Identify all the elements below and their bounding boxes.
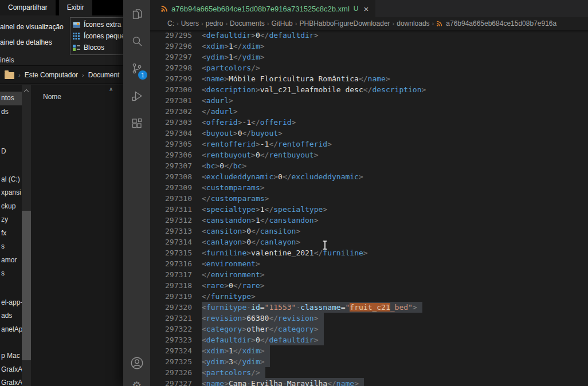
tree-item[interactable]: D (0, 145, 22, 159)
code-line[interactable]: 297312<canstandon>1</canstandon> (150, 215, 588, 226)
run-debug-icon[interactable] (123, 82, 150, 110)
code-line[interactable]: 297320<furnitype·id="11553"·classname="f… (150, 302, 588, 313)
code-line[interactable]: 297317</environment> (150, 269, 588, 280)
tree-item[interactable]: GrafxAn (0, 376, 22, 386)
code-line[interactable]: 297319</furnitype> (150, 291, 588, 302)
line-number[interactable]: 297324 (150, 345, 192, 356)
line-number[interactable]: 297315 (150, 247, 192, 258)
line-number[interactable]: 297304 (150, 128, 192, 139)
editor-tab-xml-file[interactable]: a76b94a665eb684ce15d08b7e916a731525c8c2b… (150, 0, 376, 17)
code-line[interactable]: 297309<customparams> (150, 182, 588, 193)
tree-item[interactable]: fx (0, 227, 22, 241)
ribbon-tab-compartilhar[interactable]: Compartilhar (0, 0, 56, 15)
code-line[interactable]: 297303<offerid>-1</offerid> (150, 117, 588, 128)
line-number[interactable]: 297306 (150, 149, 192, 160)
line-number[interactable]: 297305 (150, 139, 192, 149)
tree-item[interactable]: s (0, 240, 22, 254)
tree-item[interactable]: GrafxAn (0, 363, 22, 377)
tree-item[interactable]: xpansi (0, 186, 22, 200)
scroll-up-icon[interactable] (24, 89, 29, 94)
scrollbar-thumb[interactable] (22, 211, 31, 360)
line-number[interactable]: 297321 (150, 313, 192, 324)
tree-item[interactable]: amor (0, 254, 22, 267)
line-number[interactable]: 297301 (150, 95, 192, 106)
explorer-files-icon[interactable] (123, 0, 150, 27)
line-number[interactable]: 297302 (150, 106, 192, 117)
code-line[interactable]: 297298<partcolors/> (150, 62, 588, 73)
line-number[interactable]: 297323 (150, 334, 192, 345)
line-number[interactable]: 297313 (150, 226, 192, 237)
code-line[interactable]: 297313<cansiton>0</cansiton> (150, 226, 588, 237)
breadcrumb-item[interactable]: GitHub (271, 19, 292, 27)
breadcrumb-item[interactable]: Users (181, 19, 199, 27)
tree-scrollbar[interactable] (22, 85, 31, 386)
breadcrumb-item[interactable]: downloads (397, 19, 429, 27)
tree-item[interactable]: el-app- (0, 296, 22, 310)
line-number[interactable]: 297299 (150, 73, 192, 84)
code-line[interactable]: 297314<canlayon>0</canlayon> (150, 237, 588, 247)
code-line[interactable]: 297311<specialtype>1</specialtype> (150, 204, 588, 215)
code-line[interactable]: 297322<category>other</category> (150, 324, 588, 334)
line-number[interactable]: 297317 (150, 269, 192, 280)
code-line[interactable]: 297310</customparams> (150, 193, 588, 204)
tree-item[interactable]: ads (0, 309, 22, 323)
line-number[interactable]: 297300 (150, 84, 192, 95)
line-number[interactable]: 297319 (150, 291, 192, 302)
tree-item[interactable]: p Mac (0, 349, 22, 363)
settings-gear-icon[interactable]: ⚙ (123, 379, 150, 386)
view-option-extra-large-icons[interactable]: Ícones extra g (70, 19, 123, 30)
line-number[interactable]: 297296 (150, 41, 192, 52)
code-line[interactable]: 297315<furniline>valentine_2021</furnili… (150, 247, 588, 258)
code-line[interactable]: 297295<defaultdir>0</defaultdir> (150, 30, 588, 41)
code-line[interactable]: 297296<xdim>1</xdim> (150, 41, 588, 52)
tree-item[interactable]: s (0, 267, 22, 281)
tree-item[interactable]: al (C:) (0, 173, 22, 187)
code-line[interactable]: 297299<name>Móbile Floricultura Romântic… (150, 73, 588, 84)
address-crumb-documents[interactable]: Document (88, 71, 120, 79)
line-number[interactable]: 297309 (150, 182, 192, 193)
code-line[interactable]: 297306<rentbuyout>0</rentbuyout> (150, 149, 588, 160)
code-line[interactable]: 297308<excludeddynamic>0</excludeddynami… (150, 171, 588, 182)
line-number[interactable]: 297295 (150, 30, 192, 41)
tree-item[interactable]: ckup (0, 200, 22, 214)
address-crumb-este-computador[interactable]: Este Computador (25, 71, 78, 79)
line-number[interactable]: 297318 (150, 280, 192, 291)
code-line[interactable]: 297304<buyout>0</buyout> (150, 128, 588, 139)
line-number[interactable]: 297314 (150, 237, 192, 247)
tree-item[interactable]: anelAp (0, 323, 22, 337)
tree-item[interactable]: zy (0, 213, 22, 227)
line-number[interactable]: 297325 (150, 356, 192, 367)
code-line[interactable]: 297307<bc>0</bc> (150, 160, 588, 171)
line-number[interactable]: 297298 (150, 62, 192, 73)
breadcrumb-item[interactable]: pedro (206, 19, 224, 27)
tab-close-icon[interactable]: × (364, 4, 369, 14)
code-line[interactable]: 297301<adurl> (150, 95, 588, 106)
breadcrumb-item[interactable]: PHBHabboFigureDownloader (299, 19, 390, 27)
extensions-icon[interactable] (123, 110, 150, 137)
line-number[interactable]: 297312 (150, 215, 192, 226)
code-editor[interactable]: 297295<defaultdir>0</defaultdir>297296<x… (150, 30, 588, 386)
search-icon[interactable] (123, 27, 150, 55)
code-line[interactable]: 297300<description>val_c21_leafmobile de… (150, 84, 588, 95)
code-line[interactable]: 297323<defaultdir>0</defaultdir> (150, 334, 588, 345)
line-number[interactable]: 297320 (150, 302, 192, 313)
column-header-nome[interactable]: Nome (43, 93, 61, 101)
line-number[interactable]: 297307 (150, 160, 192, 171)
view-option-tiles[interactable]: Blocos (70, 42, 123, 53)
line-number[interactable]: 297310 (150, 193, 192, 204)
line-number[interactable]: 297311 (150, 204, 192, 215)
details-pane-button[interactable]: ainel de detalhes (0, 35, 68, 50)
code-line[interactable]: 297318<rare>0</rare> (150, 280, 588, 291)
line-number[interactable]: 297327 (150, 378, 192, 386)
ribbon-tab-exibir[interactable]: Exibir (59, 0, 92, 15)
breadcrumb-file-item[interactable]: a76b94a665eb684ce15d08b7e916a (436, 19, 556, 27)
account-icon[interactable] (123, 349, 150, 377)
code-line[interactable]: 297305<rentofferid>-1</rentofferid> (150, 139, 588, 149)
tree-item[interactable]: ntos (0, 92, 22, 105)
tree-item[interactable]: ds (0, 105, 22, 119)
code-line[interactable]: 297316<environment> (150, 258, 588, 269)
source-control-icon[interactable]: 1 (123, 55, 150, 82)
code-line[interactable]: 297327<name>Cama·Ervilha-Maravilha</name… (150, 378, 588, 386)
code-line[interactable]: 297321<revision>66380</revision> (150, 313, 588, 324)
code-line[interactable]: 297326<partcolors/> (150, 367, 588, 378)
